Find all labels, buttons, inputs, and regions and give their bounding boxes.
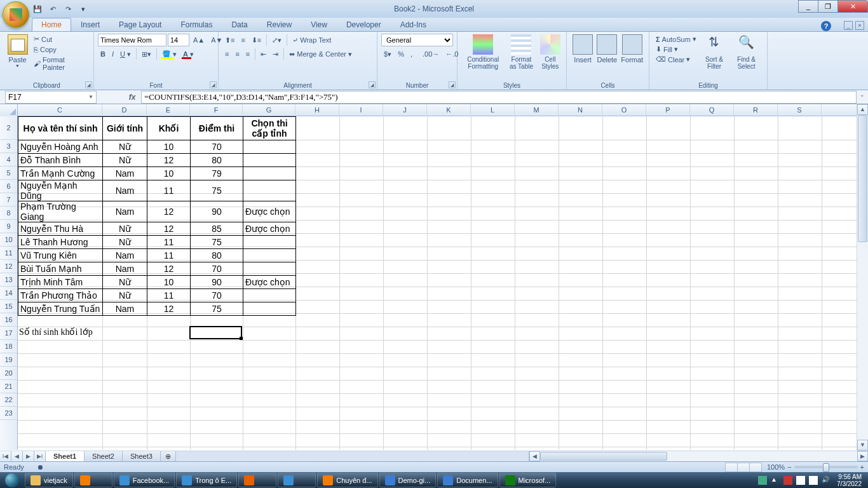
underline-button[interactable]: U▾ bbox=[118, 50, 133, 59]
merge-center-button[interactable]: ⬌Merge & Center▾ bbox=[287, 50, 355, 59]
cut-button[interactable]: ✂Cut bbox=[31, 34, 90, 44]
col-header-H[interactable]: H bbox=[295, 104, 339, 116]
table-row[interactable]: Phạm Trường GiangNam1290Được chọn bbox=[18, 201, 296, 222]
find-select-button[interactable]: 🔍Find & Select bbox=[729, 33, 763, 80]
office-button[interactable] bbox=[3, 1, 29, 28]
clear-button[interactable]: ⌫Clear▾ bbox=[653, 55, 699, 64]
scroll-up-icon[interactable]: ▲ bbox=[857, 104, 868, 115]
taskbar-item[interactable]: Microsof... bbox=[499, 473, 557, 487]
zoom-in-icon[interactable]: + bbox=[860, 463, 864, 471]
zoom-level[interactable]: 100% bbox=[767, 463, 785, 471]
table-row[interactable]: Nguyễn Thu HàNữ1285Được chọn bbox=[18, 222, 296, 236]
italic-button[interactable]: I bbox=[109, 50, 116, 58]
border-button[interactable]: ⊞▾ bbox=[139, 50, 154, 59]
taskbar-item[interactable] bbox=[74, 473, 112, 487]
tray-volume-icon[interactable]: 🔊 bbox=[822, 476, 831, 485]
row-header-18[interactable]: 18 bbox=[0, 340, 17, 353]
percent-icon[interactable]: % bbox=[395, 50, 407, 58]
table-row[interactable]: Trần Mạnh CườngNam1079 bbox=[18, 167, 296, 180]
align-right-icon[interactable]: ≡ bbox=[243, 50, 252, 58]
row-header-16[interactable]: 16 bbox=[0, 313, 17, 327]
table-row[interactable]: Đỗ Thanh BìnhNữ1280 bbox=[18, 154, 296, 167]
hscroll-thumb[interactable] bbox=[540, 452, 667, 461]
col-header-S[interactable]: S bbox=[778, 104, 822, 116]
redo-icon[interactable]: ↷ bbox=[62, 3, 74, 15]
col-header-F[interactable]: F bbox=[190, 104, 243, 116]
row-header-9[interactable]: 9 bbox=[0, 220, 17, 233]
table-row[interactable]: Trần Phương ThảoNữ1170 bbox=[18, 289, 296, 302]
row-header-20[interactable]: 20 bbox=[0, 367, 17, 380]
row-header-13[interactable]: 13 bbox=[0, 273, 17, 287]
expand-formula-icon[interactable]: ⌄ bbox=[858, 92, 867, 103]
table-row[interactable]: Trịnh Minh TâmNữ1090Được chọn bbox=[18, 276, 296, 289]
number-launcher[interactable]: ◢ bbox=[449, 81, 456, 88]
format-painter-button[interactable]: 🖌Format Painter bbox=[31, 55, 90, 72]
sheet-tab-sheet3[interactable]: Sheet3 bbox=[123, 451, 161, 461]
fx-button[interactable]: fx bbox=[126, 91, 139, 104]
wrap-text-button[interactable]: ⤶Wrap Text bbox=[290, 36, 334, 45]
help-icon[interactable]: ? bbox=[821, 21, 831, 31]
taskbar-item[interactable]: Trong ô E... bbox=[176, 473, 237, 487]
row-header-22[interactable]: 22 bbox=[0, 393, 17, 407]
sort-filter-button[interactable]: ⇅Sort & Filter bbox=[699, 33, 729, 80]
sheet-tab-sheet2[interactable]: Sheet2 bbox=[85, 451, 123, 461]
start-button[interactable] bbox=[0, 472, 24, 488]
align-left-icon[interactable]: ≡ bbox=[222, 50, 231, 58]
font-size-select[interactable] bbox=[168, 34, 189, 46]
taskbar-item[interactable] bbox=[278, 473, 316, 487]
taskbar-item[interactable]: Facebook... bbox=[114, 473, 175, 487]
col-header-L[interactable]: L bbox=[471, 104, 515, 116]
close-button[interactable]: ✕ bbox=[837, 0, 868, 13]
macro-record-icon[interactable]: ⏺ bbox=[37, 463, 44, 471]
format-as-table-button[interactable]: Format as Table bbox=[505, 33, 538, 80]
row-header-17[interactable]: 17 bbox=[0, 327, 17, 340]
taskbar-item[interactable] bbox=[238, 473, 276, 487]
bold-button[interactable]: B bbox=[98, 50, 108, 58]
tray-show-hidden-icon[interactable]: ▲ bbox=[771, 476, 780, 485]
zoom-out-icon[interactable]: − bbox=[787, 463, 791, 471]
tray-flag-icon[interactable] bbox=[796, 476, 805, 485]
zoom-slider[interactable] bbox=[794, 466, 858, 468]
tab-insert[interactable]: Insert bbox=[71, 18, 109, 31]
tray-drive-icon[interactable] bbox=[758, 476, 767, 485]
taskbar-item[interactable]: vietjack bbox=[25, 473, 73, 487]
fill-color-button[interactable]: 🪣▾ bbox=[159, 50, 179, 59]
align-bottom-icon[interactable]: ⬇≡ bbox=[249, 36, 264, 45]
scroll-right-icon[interactable]: ▶ bbox=[857, 451, 868, 461]
row-header-7[interactable]: 7 bbox=[0, 193, 17, 207]
row-header-12[interactable]: 12 bbox=[0, 260, 17, 273]
row-header-21[interactable]: 21 bbox=[0, 380, 17, 393]
row-header-3[interactable]: 3 bbox=[0, 140, 17, 153]
normal-view-icon[interactable] bbox=[725, 463, 738, 472]
col-header-M[interactable]: M bbox=[515, 104, 559, 116]
fill-button[interactable]: ⬇Fill▾ bbox=[653, 44, 699, 54]
delete-cells-button[interactable]: Delete bbox=[595, 33, 619, 80]
decrease-indent-icon[interactable]: ⇤ bbox=[258, 50, 269, 59]
comma-icon[interactable]: , bbox=[408, 50, 415, 58]
first-sheet-icon[interactable]: I◀ bbox=[0, 451, 11, 462]
font-launcher[interactable]: ◢ bbox=[210, 81, 217, 88]
taskbar-item[interactable]: Chuyên đ... bbox=[317, 473, 377, 487]
align-top-icon[interactable]: ⬆≡ bbox=[222, 36, 237, 45]
col-header-J[interactable]: J bbox=[383, 104, 427, 116]
table-row[interactable]: Bùi Tuấn MạnhNam1270 bbox=[18, 262, 296, 276]
col-header-N[interactable]: N bbox=[559, 104, 602, 116]
insert-cells-button[interactable]: Insert bbox=[571, 33, 595, 80]
select-all-button[interactable] bbox=[0, 104, 18, 116]
formula-input[interactable] bbox=[141, 91, 857, 104]
conditional-formatting-button[interactable]: Conditional Formatting bbox=[461, 33, 505, 80]
worksheet-grid[interactable]: CDEFGHIJKLMNOPQRS 2345678910111213141516… bbox=[0, 104, 868, 461]
taskbar-item[interactable]: Documen... bbox=[437, 473, 498, 487]
col-header-O[interactable]: O bbox=[602, 104, 646, 116]
col-header-D[interactable]: D bbox=[102, 104, 147, 116]
last-sheet-icon[interactable]: ▶I bbox=[34, 451, 46, 462]
table-row[interactable]: Nguyễn Hoàng AnhNữ1070 bbox=[18, 140, 296, 154]
table-row[interactable]: Nguyễn Trung TuấnNam1275 bbox=[18, 302, 296, 316]
table-row[interactable]: Nguyễn Mạnh DũngNam1175 bbox=[18, 180, 296, 201]
save-icon[interactable]: 💾 bbox=[32, 3, 43, 15]
close-workbook-icon[interactable]: × bbox=[855, 21, 864, 30]
tab-formulas[interactable]: Formulas bbox=[171, 18, 222, 31]
maximize-button[interactable]: ❐ bbox=[818, 0, 838, 13]
row-header-4[interactable]: 4 bbox=[0, 153, 17, 166]
orientation-icon[interactable]: ⤢▾ bbox=[269, 36, 284, 45]
